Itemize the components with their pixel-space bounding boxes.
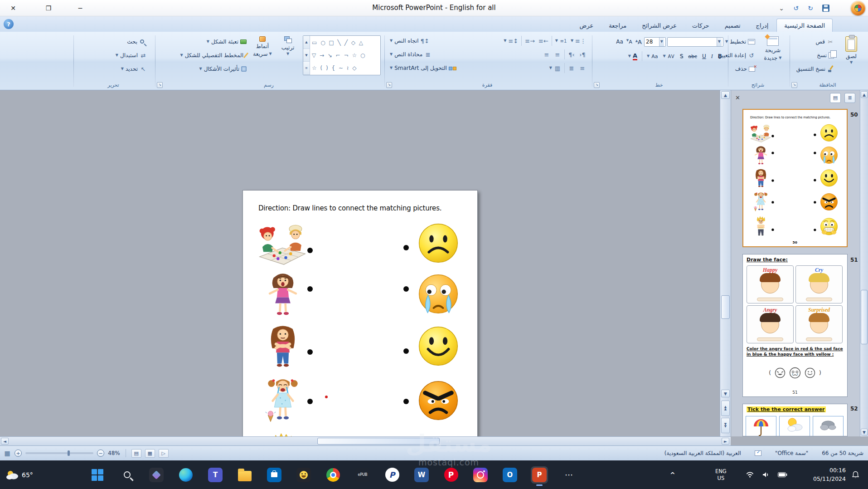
justify-button[interactable]: ≣ (567, 63, 577, 73)
tab-insert[interactable]: إدراج (749, 19, 776, 32)
find-button[interactable]: بحث (125, 36, 149, 47)
copy-button[interactable]: نسخ (815, 50, 836, 61)
layout-button[interactable]: تخطيط▼ (723, 36, 757, 47)
text-direction-button[interactable]: ↕¶اتجاه النص▼ (388, 35, 431, 46)
language-switcher[interactable]: ENGUS (715, 460, 727, 489)
ltr-paragraph-button[interactable]: ¶‹ (577, 49, 587, 60)
tab-review[interactable]: مراجعة (601, 19, 634, 32)
help-icon[interactable]: ? (4, 19, 14, 29)
quick-access-customize-icon[interactable]: ⌄ (776, 3, 787, 13)
epub-app-icon[interactable]: ePUB (354, 466, 371, 484)
thumbnail-slide-50[interactable]: Direction: Draw lines to connect the mat… (742, 109, 848, 247)
tab-design[interactable]: تصميم (718, 19, 748, 32)
shape-fill-button[interactable]: تعبئة الشكل▼ (205, 36, 248, 47)
align-center-button[interactable]: ≡ (542, 49, 552, 60)
emoji-app-icon[interactable] (295, 466, 312, 484)
outline-tab-icon[interactable]: ≣ (844, 93, 855, 103)
image-startled-girl[interactable] (259, 269, 306, 319)
match-dot-left-3[interactable] (307, 349, 313, 355)
powerpoint-icon[interactable]: P (531, 466, 548, 484)
convert-smartart-button[interactable]: التحويل إلى SmartArt▼ (388, 63, 458, 73)
strikethrough-button[interactable]: abc (687, 51, 698, 62)
vertical-scroll-thumb[interactable] (721, 295, 730, 319)
pane-scroll-thumb[interactable] (861, 290, 868, 344)
language-text[interactable]: العربية (المملكة العربية السعودية) (664, 450, 741, 456)
volume-icon[interactable] (762, 460, 770, 489)
zoom-slider[interactable] (25, 452, 93, 454)
image-sad-face-emoji[interactable] (417, 222, 460, 264)
drawing-dialog-launcher[interactable]: ↘ (157, 82, 163, 88)
numbering-button[interactable]: 1≡▼ (554, 35, 568, 46)
image-happy-face-emoji[interactable] (417, 325, 460, 367)
zoom-out-button[interactable]: − (97, 450, 104, 457)
slide-editing-area[interactable]: Direction: Draw lines to connect the mat… (0, 90, 720, 436)
previous-slide-button[interactable]: ▲▲ (721, 401, 730, 416)
grow-font-button[interactable]: A▲ (635, 36, 643, 47)
shape-outline-button[interactable]: المخطط التفصيلي للشكل▼ (179, 50, 248, 61)
tab-animations[interactable]: حركات (685, 19, 717, 32)
character-spacing-button[interactable]: AV▼ (661, 51, 676, 62)
theme-name-text[interactable]: "سمة Office" (775, 450, 808, 456)
save-icon[interactable] (820, 3, 832, 13)
image-crying-face-emoji[interactable] (417, 273, 460, 315)
taskbar-more-icon[interactable]: ⋯ (560, 466, 577, 484)
tab-slideshow[interactable]: عرض الشرائح (635, 19, 684, 32)
match-dot-right-4[interactable] (403, 399, 409, 404)
quick-styles-button[interactable]: أنماط سريعة▼ (250, 34, 275, 77)
paste-button[interactable]: لصق▼ (839, 34, 864, 77)
image-angry-face-emoji[interactable] (417, 379, 460, 422)
clipboard-dialog-launcher[interactable]: ↘ (791, 82, 797, 88)
zoom-level[interactable]: 48% (108, 450, 120, 456)
word-icon[interactable]: W (413, 466, 430, 484)
thumbnail-slide-51[interactable]: Draw the face: Happy Cry Angry Surprised (742, 254, 848, 397)
scroll-left-button[interactable]: ◄ (1, 438, 9, 445)
increase-indent-button[interactable]: →≡ (524, 35, 536, 46)
teams-icon[interactable]: T (207, 466, 224, 484)
cut-button[interactable]: ✂قص (814, 36, 836, 47)
weather-widget[interactable]: 65° (5, 460, 33, 489)
image-crossed-arms-girl[interactable] (259, 322, 306, 373)
font-size-combo[interactable]: 28▼ (644, 37, 666, 47)
taskbar-search-icon[interactable] (118, 466, 136, 484)
instagram-icon[interactable] (472, 466, 489, 484)
slides-tab-icon[interactable]: ▤ (830, 93, 841, 103)
scroll-up-button[interactable]: ▲ (721, 91, 730, 99)
match-dot-left-2[interactable] (307, 286, 313, 292)
clear-formatting-button[interactable]: Aa (615, 36, 624, 47)
tab-view[interactable]: عرض (572, 19, 601, 32)
columns-button[interactable]: ▥▼ (548, 63, 563, 73)
decrease-indent-button[interactable]: ←≡ (537, 35, 550, 46)
slideshow-view-button[interactable]: ▷ (159, 449, 169, 458)
slide-instruction-text[interactable]: Direction: Draw lines to connect the mat… (258, 204, 441, 212)
undo-icon[interactable]: ↺ (790, 3, 802, 13)
thumbnail-slide-52[interactable]: Tick the the correct answer (742, 404, 848, 436)
redo-icon[interactable]: ↻ (805, 3, 816, 13)
shapes-gallery-scroll[interactable]: ▲▼≡ (303, 36, 310, 75)
next-slide-button[interactable]: ▼▼ (721, 418, 730, 433)
bold-button[interactable]: B (717, 51, 723, 62)
match-dot-right-1[interactable] (403, 245, 409, 250)
match-dot-right-3[interactable] (403, 348, 409, 354)
match-dot-left-1[interactable] (307, 248, 313, 253)
paypal-app-icon[interactable]: P (383, 466, 401, 484)
text-shadow-button[interactable]: S (679, 51, 685, 62)
select-button[interactable]: ↖تحديد▼ (119, 64, 149, 74)
align-right-button[interactable]: ≡ (553, 49, 563, 60)
match-dot-left-4[interactable] (307, 399, 313, 404)
pane-scrollbar[interactable]: ▲ ▼ (860, 90, 868, 436)
line-spacing-button[interactable]: ↕≡▼ (502, 35, 519, 46)
microsoft-store-icon[interactable] (266, 466, 283, 484)
vertical-scrollbar[interactable]: ▲ ▼ ▲▲ ▼▼ (720, 90, 731, 436)
image-kids-playing-board-game[interactable] (256, 219, 309, 269)
edge-icon[interactable] (177, 466, 194, 484)
wifi-icon[interactable] (746, 460, 754, 489)
tray-chevron-icon[interactable]: ^ (670, 460, 675, 489)
pinterest-icon[interactable]: P (442, 466, 460, 484)
match-dot-right-2[interactable] (403, 286, 409, 292)
pane-scroll-down-button[interactable]: ▼ (861, 429, 868, 435)
clock-widget[interactable]: 00:16 05/11/2024 (799, 460, 846, 489)
office-button[interactable] (851, 1, 865, 15)
zoom-in-button[interactable]: + (15, 450, 22, 457)
font-dialog-launcher[interactable]: ↘ (594, 82, 600, 88)
format-painter-button[interactable]: نسخ التنسيق (795, 64, 836, 74)
